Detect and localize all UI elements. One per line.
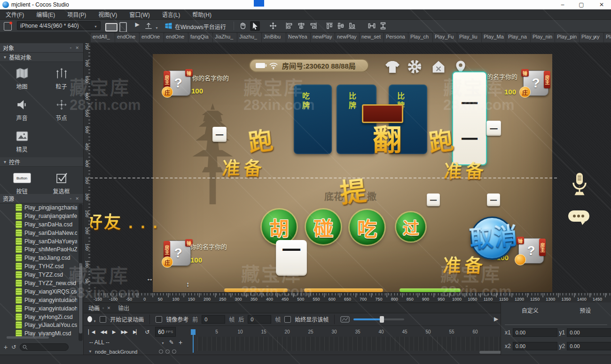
zoom-slider[interactable] [353, 318, 404, 320]
minimize-button[interactable] [555, 0, 571, 9]
add-resource-icon[interactable]: + [4, 343, 8, 351]
before-frames-input[interactable]: 0 [202, 315, 225, 324]
align-bottom-icon[interactable] [348, 22, 356, 30]
mirror-reference-checkbox[interactable] [156, 316, 162, 323]
object-item-map[interactable]: 地图 [2, 62, 42, 93]
select-tool-icon[interactable] [250, 21, 260, 31]
document-tab[interactable]: endAll_ [91, 33, 115, 42]
document-tab[interactable]: Play_Ma [482, 33, 506, 42]
player-avatar-bottom-left[interactable]: ? 房主 锤 庄 [165, 240, 191, 266]
document-tab[interactable]: newPlay [335, 33, 359, 42]
tab-output[interactable]: 输出 [118, 304, 129, 312]
object-item-sprite[interactable]: 精灵 [2, 125, 42, 156]
tab-preset[interactable]: 预设 [580, 306, 591, 314]
document-tab[interactable]: endOne [140, 33, 164, 42]
document-tab[interactable]: Play_Fu [433, 33, 457, 42]
resize-h-handle-icon[interactable]: ↔ [146, 274, 153, 282]
hu-button[interactable]: 胡 [262, 209, 297, 244]
maximize-button[interactable] [573, 0, 589, 9]
distribute-v-icon[interactable] [379, 22, 387, 30]
document-tab[interactable]: new_set [360, 33, 384, 42]
run-target-label[interactable]: 在Windows平台运行 [175, 23, 226, 31]
align-vcenter-icon[interactable] [337, 22, 345, 30]
hand-card[interactable]: 一 [276, 240, 307, 276]
onion-skin-icon[interactable] [340, 316, 350, 323]
last-frame-button[interactable]: ▶▏ [133, 329, 139, 334]
node-option-icon[interactable] [172, 349, 176, 354]
resource-file-item[interactable]: Play_TYHZ.csd [0, 262, 77, 271]
menu-item[interactable]: 项目(P) [67, 10, 86, 18]
loop-button[interactable] [145, 329, 149, 335]
node-row-label[interactable]: node_backGround [95, 349, 138, 355]
record-animation-checkbox[interactable] [100, 316, 106, 323]
y1-input[interactable]: 0.00 [567, 328, 611, 337]
align-left-icon[interactable] [285, 22, 293, 30]
publish-chevron-icon[interactable] [155, 24, 158, 31]
publish-icon[interactable] [144, 22, 153, 30]
resource-file-item[interactable]: Play_xiangyintuidaohu_ne [0, 304, 77, 313]
chat-bubble-icon[interactable] [568, 210, 590, 226]
document-tab[interactable]: JiaZhu_ [213, 33, 237, 42]
document-tab[interactable]: Play_xy [580, 33, 603, 42]
x1-input[interactable]: 0.00 [513, 328, 557, 337]
close-button[interactable] [594, 0, 610, 9]
player-avatar-top-right[interactable]: ? 房主 锤 庄 [523, 70, 548, 96]
mahjong-tile[interactable]: 一 [212, 127, 227, 142]
exit-home-icon[interactable] [430, 59, 447, 75]
resource-file-item[interactable]: Play_taoJiang.csd [0, 254, 77, 262]
resource-search-input[interactable] [20, 343, 69, 351]
mahjong-tile[interactable]: 一 [427, 194, 440, 206]
document-tab[interactable]: JinBibu [262, 33, 286, 42]
align-hcenter-icon[interactable] [297, 22, 306, 30]
play-button[interactable] [133, 21, 141, 31]
menu-item[interactable]: 帮助(H) [192, 10, 212, 18]
hand-tool-icon[interactable] [239, 22, 247, 30]
mahjong-tile[interactable]: 一 [486, 121, 501, 136]
distribute-h-icon[interactable] [368, 22, 376, 30]
tab-overflow-chevron-icon[interactable] [592, 34, 596, 40]
resource-file-item[interactable]: Play_pingjiangzhaniao_ne [0, 203, 77, 212]
node-lock-icon[interactable] [165, 349, 170, 354]
menu-item[interactable]: 文件(F) [6, 10, 24, 18]
settings-gear-icon[interactable] [407, 59, 423, 75]
keyframe-icon[interactable] [87, 316, 92, 322]
microphone-icon[interactable] [570, 172, 589, 197]
slider-thumb[interactable] [380, 316, 384, 323]
transform-tool-icon[interactable] [269, 22, 277, 30]
panel-window-icons[interactable]: ▫ ✕ [70, 46, 80, 50]
resource-file-item[interactable]: Play_xyHongZi.csd [0, 313, 77, 321]
edit-icon[interactable] [169, 339, 174, 346]
resources-vscrollbar-thumb[interactable] [79, 263, 82, 333]
skin-shirt-icon[interactable] [382, 60, 400, 75]
document-tab[interactable]: endOne [115, 33, 139, 42]
panel-window-icons[interactable]: ▫ ✕ [102, 306, 111, 310]
resource-file-item[interactable]: Play_xiangXiRQS.csd [0, 287, 77, 296]
fps-box[interactable]: 60 FPS [155, 327, 176, 337]
menu-item[interactable]: 编辑(E) [36, 10, 55, 18]
document-tab[interactable]: Play_liu [457, 33, 481, 42]
y2-input[interactable]: 0.00 [567, 342, 611, 350]
prev-frame-button[interactable]: ◀◀ [100, 329, 106, 334]
card-back-chi[interactable]: 吃牌 [294, 85, 332, 154]
run-chevron-icon[interactable] [220, 24, 223, 31]
device-selector[interactable]: iPhone 4/4S(960 * 640) [17, 21, 101, 30]
object-item-sound[interactable]: 声音 [2, 93, 42, 125]
track-filter-dropdown[interactable]: -- ALL -- [89, 339, 110, 346]
document-tab[interactable]: NewYea [286, 33, 310, 42]
align-right-icon[interactable] [309, 22, 318, 30]
game-scene-canvas[interactable]: 房间号:230620 88/88局 ? 房主 锤 庄 你的名字你的 100 ? … [153, 54, 552, 292]
object-item-node[interactable]: 节点 [42, 93, 81, 125]
document-tab[interactable]: Jiazhu_ [237, 33, 261, 42]
x2-input[interactable]: 0.00 [513, 342, 557, 350]
resource-file-item[interactable]: Play_TYZZ_new.csd [0, 279, 77, 287]
selected-card[interactable]: 一 一 [452, 71, 487, 165]
document-tab[interactable]: Play_pin [555, 33, 579, 42]
resource-file-item[interactable]: Play_TYZZ.csd [0, 271, 77, 279]
menu-item[interactable]: 视图(V) [98, 10, 117, 18]
resize-v-handle-icon[interactable]: ↕ [186, 280, 190, 288]
chevron-down-icon[interactable] [161, 339, 164, 346]
after-frames-input[interactable]: 0 [248, 315, 271, 324]
document-tab[interactable]: Play_na [506, 33, 530, 42]
expand-right-icon[interactable] [494, 316, 498, 322]
document-tab[interactable]: Play_ch [408, 33, 432, 42]
